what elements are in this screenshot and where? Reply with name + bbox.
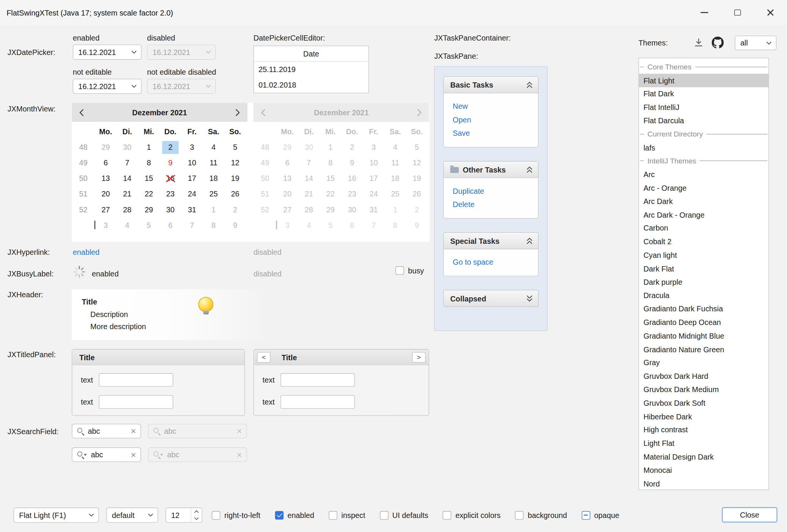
checkbox-background[interactable]: background — [515, 511, 567, 519]
calendar-day[interactable]: 2 — [224, 202, 246, 217]
theme-item[interactable]: Gruvbox Dark Medium — [639, 383, 768, 396]
checkbox-box[interactable] — [212, 511, 220, 519]
taskpane-link[interactable]: Duplicate — [453, 184, 538, 198]
search-menu-icon[interactable] — [77, 451, 87, 458]
theme-item[interactable]: Flat IntelliJ — [639, 100, 768, 114]
minimize-button[interactable] — [688, 0, 721, 25]
calendar-day[interactable]: 6 — [95, 155, 116, 171]
clear-icon[interactable]: × — [131, 427, 136, 436]
checkbox-box[interactable] — [582, 511, 590, 519]
checkbox-box[interactable] — [443, 511, 451, 519]
theme-item[interactable]: Arc — [639, 168, 768, 181]
theme-item[interactable]: Gray — [639, 356, 768, 369]
calendar-day[interactable]: 23 — [160, 186, 181, 202]
theme-item[interactable]: Gradianto Midnight Blue — [639, 329, 768, 342]
collapse-icon[interactable] — [527, 81, 533, 88]
theme-item[interactable]: Monocai — [639, 463, 768, 477]
theme-item[interactable]: High contrast — [639, 423, 768, 436]
calendar-day[interactable]: 7 — [116, 155, 138, 171]
calendar-day[interactable]: 16 — [160, 171, 181, 186]
taskpane-titlebar[interactable]: Special Tasks — [443, 232, 538, 249]
checkbox-box[interactable] — [329, 511, 337, 519]
calendar-day[interactable]: 29 — [95, 140, 116, 155]
text-input[interactable] — [99, 373, 173, 387]
calendar-day[interactable]: 13 — [95, 171, 116, 186]
checkbox-ui-defaults[interactable]: UI defaults — [380, 511, 428, 519]
checkbox-busy[interactable]: busy — [395, 266, 424, 275]
checkbox-right-to-left[interactable]: right-to-left — [212, 511, 260, 519]
theme-item[interactable]: Carbon — [639, 221, 768, 235]
calendar-day[interactable]: 6 — [160, 217, 181, 233]
spinner-up-button[interactable] — [191, 508, 202, 515]
hyperlink-enabled[interactable]: enabled — [73, 248, 100, 256]
theme-item[interactable]: Arc - Orange — [639, 181, 768, 195]
maximize-button[interactable] — [721, 0, 754, 25]
table-row[interactable]: 01.02.2018 — [254, 77, 368, 93]
calendar-day[interactable]: 4 — [203, 140, 224, 155]
taskpane-titlebar[interactable]: Collapsed — [443, 290, 538, 307]
calendar-day[interactable]: 4 — [116, 217, 138, 233]
taskpane-link[interactable]: Save — [453, 126, 538, 140]
calendar-day[interactable]: 29 — [138, 202, 160, 217]
taskpane-link[interactable]: Go to space — [453, 255, 538, 269]
theme-item[interactable]: Cyan light — [639, 248, 768, 262]
close-button[interactable]: Close — [722, 507, 778, 523]
search-field-menu-enabled[interactable]: × — [72, 447, 141, 462]
clear-icon[interactable]: × — [131, 450, 136, 459]
look-and-feel-combo[interactable]: Flat Light (F1) — [14, 508, 99, 523]
search-field-enabled[interactable]: × — [72, 424, 141, 438]
theme-item[interactable]: lafs — [639, 141, 768, 154]
theme-item[interactable]: Flat Dark — [639, 87, 768, 100]
calendar-day[interactable]: 3 — [181, 140, 203, 155]
calendar-day[interactable]: 14 — [116, 171, 138, 186]
checkbox-box[interactable] — [275, 511, 283, 519]
calendar-day[interactable]: 2 — [160, 140, 181, 155]
calendar-day[interactable]: 18 — [203, 171, 224, 186]
calendar-day[interactable]: 19 — [224, 171, 246, 186]
theme-item[interactable]: Material Design Dark — [639, 450, 768, 463]
theme-item[interactable]: Gradianto Deep Ocean — [639, 315, 768, 329]
theme-item[interactable]: Arc Dark - Orange — [639, 208, 768, 221]
text-input[interactable] — [99, 395, 173, 409]
calendar-day[interactable]: 30 — [116, 140, 138, 155]
chevron-down-icon[interactable] — [132, 85, 137, 88]
theme-item[interactable]: Gruvbox Dark Soft — [639, 396, 768, 410]
search-input[interactable] — [91, 450, 127, 459]
calendar-day[interactable]: 1 — [203, 202, 224, 217]
chevron-down-icon[interactable] — [132, 51, 137, 54]
datepicker-not-editable[interactable]: 16.12.2021 — [73, 79, 142, 94]
checkbox-inspect[interactable]: inspect — [329, 511, 365, 519]
collapse-icon[interactable] — [527, 166, 533, 173]
theme-item[interactable]: Arc Dark — [639, 195, 768, 208]
taskpane-titlebar[interactable]: Basic Tasks — [443, 76, 538, 93]
calendar-day[interactable]: 17 — [181, 171, 203, 186]
calendar-day[interactable]: 25 — [203, 186, 224, 202]
calendar-day[interactable]: 26 — [224, 186, 246, 202]
themes-filter-combo[interactable]: all — [735, 36, 776, 50]
calendar-day[interactable]: 11 — [203, 155, 224, 171]
theme-item[interactable]: Cobalt 2 — [639, 235, 768, 248]
theme-item[interactable]: Nord — [639, 477, 768, 490]
prev-button[interactable]: < — [257, 352, 271, 363]
checkbox-opaque[interactable]: opaque — [582, 511, 619, 519]
prev-month-button[interactable] — [79, 108, 84, 116]
calendar-day[interactable]: 7 — [181, 217, 203, 233]
taskpane-link[interactable]: New — [453, 99, 538, 113]
theme-item[interactable]: Dark Flat — [639, 262, 768, 275]
collapse-icon[interactable] — [527, 237, 533, 245]
next-button[interactable]: > — [412, 352, 426, 363]
calendar-day[interactable]: 3 — [95, 217, 116, 233]
checkbox-box[interactable] — [515, 511, 524, 519]
calendar-day[interactable]: 9 — [160, 155, 181, 171]
font-family-combo[interactable]: default — [106, 508, 158, 523]
calendar-day[interactable]: 30 — [160, 202, 181, 217]
calendar-day[interactable]: 20 — [95, 186, 116, 202]
github-icon[interactable] — [711, 36, 724, 49]
calendar-day[interactable]: 9 — [224, 217, 246, 233]
checkbox-box[interactable] — [395, 266, 404, 275]
datepicker-enabled[interactable]: 16.12.2021 — [73, 45, 142, 60]
theme-item[interactable]: Dark purple — [639, 275, 768, 289]
theme-item[interactable]: Flat Darcula — [639, 114, 768, 127]
theme-item[interactable]: Gradianto Nature Green — [639, 342, 768, 356]
expand-icon[interactable] — [527, 295, 533, 302]
